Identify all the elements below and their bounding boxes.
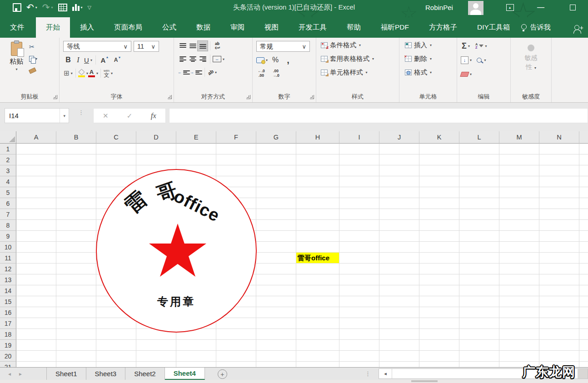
cell-H2[interactable] bbox=[296, 154, 339, 165]
cell-partial16[interactable] bbox=[579, 307, 588, 318]
cell-K11[interactable] bbox=[419, 253, 459, 264]
cell-G7[interactable] bbox=[256, 209, 296, 220]
tab-方方格子[interactable]: 方方格子 bbox=[419, 17, 467, 38]
cell-J11[interactable] bbox=[379, 253, 419, 264]
cell-A7[interactable] bbox=[16, 209, 56, 220]
cell-H13[interactable] bbox=[296, 274, 339, 285]
cell-partial13[interactable] bbox=[579, 274, 588, 285]
cell-G8[interactable] bbox=[256, 220, 296, 231]
tab-审阅[interactable]: 审阅 bbox=[220, 17, 254, 38]
format-cells-button[interactable]: 格式▾ bbox=[405, 68, 432, 77]
cancel-icon[interactable]: ✕ bbox=[103, 112, 109, 120]
cell-M3[interactable] bbox=[499, 165, 539, 176]
cell-I8[interactable] bbox=[339, 220, 379, 231]
cell-A18[interactable] bbox=[16, 329, 56, 340]
cell-H12[interactable] bbox=[296, 264, 339, 274]
cell-F1[interactable] bbox=[216, 144, 256, 154]
comma-style-button[interactable]: , bbox=[283, 55, 293, 65]
format-cells-dropdown[interactable]: ▾ bbox=[430, 70, 432, 75]
fill-button[interactable]: ↓▾ bbox=[461, 55, 472, 65]
cell-K7[interactable] bbox=[419, 209, 459, 220]
cell-M16[interactable] bbox=[499, 307, 539, 318]
cell-J5[interactable] bbox=[379, 187, 419, 198]
cell-H17[interactable] bbox=[296, 318, 339, 329]
cell-M13[interactable] bbox=[499, 274, 539, 285]
cell-C20[interactable] bbox=[96, 351, 136, 362]
column-header-E[interactable]: E bbox=[176, 131, 216, 144]
cell-E21[interactable] bbox=[176, 362, 216, 367]
number-format-select[interactable]: 常规 ∨ bbox=[256, 41, 310, 52]
cell-A17[interactable] bbox=[16, 318, 56, 329]
cell-A14[interactable] bbox=[16, 285, 56, 296]
cell-L4[interactable] bbox=[459, 176, 499, 187]
cell-K10[interactable] bbox=[419, 242, 459, 253]
row-header-4[interactable]: 4 bbox=[0, 176, 16, 187]
cell-G12[interactable] bbox=[256, 264, 296, 274]
cell-B18[interactable] bbox=[56, 329, 96, 340]
cell-A19[interactable] bbox=[16, 340, 56, 351]
cell-J2[interactable] bbox=[379, 154, 419, 165]
tab-帮助[interactable]: 帮助 bbox=[337, 17, 371, 38]
find-dropdown[interactable]: ▾ bbox=[484, 58, 486, 62]
cell-I14[interactable] bbox=[339, 285, 379, 296]
row-header-18[interactable]: 18 bbox=[0, 329, 16, 340]
cell-N9[interactable] bbox=[539, 231, 579, 242]
row-header-20[interactable]: 20 bbox=[0, 351, 16, 362]
column-header-F[interactable]: F bbox=[216, 131, 256, 144]
cell-L10[interactable] bbox=[459, 242, 499, 253]
cell-H10[interactable] bbox=[296, 242, 339, 253]
cell-C19[interactable] bbox=[96, 340, 136, 351]
cell-M9[interactable] bbox=[499, 231, 539, 242]
cell-J10[interactable] bbox=[379, 242, 419, 253]
cell-partial8[interactable] bbox=[579, 220, 588, 231]
cell-N15[interactable] bbox=[539, 296, 579, 307]
increase-decimal-button[interactable]: ←.0.00 bbox=[256, 68, 266, 78]
cell-G15[interactable] bbox=[256, 296, 296, 307]
tell-me[interactable]: 告诉我 bbox=[521, 17, 551, 38]
cell-J9[interactable] bbox=[379, 231, 419, 242]
row-header-2[interactable]: 2 bbox=[0, 154, 16, 165]
cell-N7[interactable] bbox=[539, 209, 579, 220]
cell-I5[interactable] bbox=[339, 187, 379, 198]
tab-福昕PDF[interactable]: 福昕PDF bbox=[371, 17, 419, 38]
cell-G9[interactable] bbox=[256, 231, 296, 242]
cell-N17[interactable] bbox=[539, 318, 579, 329]
cell-K13[interactable] bbox=[419, 274, 459, 285]
prev-sheet-icon[interactable]: ◂ bbox=[8, 371, 11, 377]
cell-L9[interactable] bbox=[459, 231, 499, 242]
cell-M7[interactable] bbox=[499, 209, 539, 220]
column-header-N[interactable]: N bbox=[539, 131, 579, 144]
cell-L19[interactable] bbox=[459, 340, 499, 351]
cell-E1[interactable] bbox=[176, 144, 216, 154]
cell-K5[interactable] bbox=[419, 187, 459, 198]
cut-button[interactable]: ✂ bbox=[29, 43, 39, 51]
row-header-19[interactable]: 19 bbox=[0, 340, 16, 351]
cell-M2[interactable] bbox=[499, 154, 539, 165]
cell-N16[interactable] bbox=[539, 307, 579, 318]
cell-I10[interactable] bbox=[339, 242, 379, 253]
cell-M11[interactable] bbox=[499, 253, 539, 264]
delete-cells-button[interactable]: 删除▾ bbox=[405, 55, 432, 63]
cell-partial21[interactable] bbox=[579, 362, 588, 367]
cell-J16[interactable] bbox=[379, 307, 419, 318]
cell-K3[interactable] bbox=[419, 165, 459, 176]
cell-N13[interactable] bbox=[539, 274, 579, 285]
underline-button[interactable]: U▾ bbox=[83, 55, 93, 65]
enter-icon[interactable]: ✓ bbox=[127, 112, 133, 120]
cell-B2[interactable] bbox=[56, 154, 96, 165]
cell-B3[interactable] bbox=[56, 165, 96, 176]
underline-dropdown[interactable]: ▾ bbox=[90, 58, 92, 62]
column-header-M[interactable]: M bbox=[499, 131, 539, 144]
stamp-seal[interactable]: 雷 哥 office 专用章 bbox=[96, 169, 257, 333]
font-color-dropdown[interactable]: ▾ bbox=[96, 71, 98, 75]
cell-F21[interactable] bbox=[216, 362, 256, 367]
cell-A2[interactable] bbox=[16, 154, 56, 165]
cell-G11[interactable] bbox=[256, 253, 296, 264]
paste-dropdown[interactable]: ▾ bbox=[15, 67, 17, 71]
cell-K19[interactable] bbox=[419, 340, 459, 351]
cell-H6[interactable] bbox=[296, 198, 339, 209]
delete-cells-dropdown[interactable]: ▾ bbox=[430, 57, 432, 61]
add-sheet-button[interactable]: + bbox=[218, 369, 227, 379]
insert-cells-dropdown[interactable]: ▾ bbox=[430, 43, 432, 47]
cell-A3[interactable] bbox=[16, 165, 56, 176]
